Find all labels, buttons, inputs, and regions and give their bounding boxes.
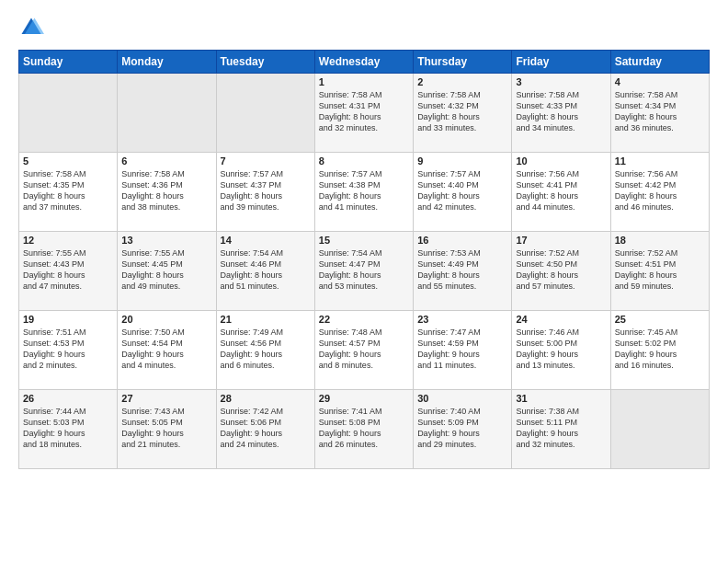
day-cell: 20Sunrise: 7:50 AMSunset: 4:54 PMDayligh… <box>118 311 216 390</box>
day-number: 29 <box>319 393 409 404</box>
day-cell: 24Sunrise: 7:46 AMSunset: 5:00 PMDayligh… <box>512 311 610 390</box>
day-info: Sunrise: 7:58 AMSunset: 4:34 PMDaylight:… <box>615 89 705 134</box>
weekday-row: SundayMondayTuesdayWednesdayThursdayFrid… <box>19 51 710 74</box>
day-number: 14 <box>221 235 311 246</box>
day-cell: 28Sunrise: 7:42 AMSunset: 5:06 PMDayligh… <box>216 390 314 469</box>
day-info: Sunrise: 7:38 AMSunset: 5:11 PMDaylight:… <box>516 406 606 451</box>
day-cell: 31Sunrise: 7:38 AMSunset: 5:11 PMDayligh… <box>512 390 610 469</box>
day-cell: 11Sunrise: 7:56 AMSunset: 4:42 PMDayligh… <box>610 153 709 232</box>
day-number: 23 <box>417 314 507 325</box>
calendar-table: SundayMondayTuesdayWednesdayThursdayFrid… <box>18 50 710 469</box>
day-info: Sunrise: 7:52 AMSunset: 4:50 PMDaylight:… <box>516 247 606 293</box>
day-cell: 5Sunrise: 7:58 AMSunset: 4:35 PMDaylight… <box>19 153 118 232</box>
day-cell: 27Sunrise: 7:43 AMSunset: 5:05 PMDayligh… <box>118 390 216 469</box>
calendar-header: SundayMondayTuesdayWednesdayThursdayFrid… <box>19 51 710 74</box>
day-number: 27 <box>121 393 211 404</box>
day-cell: 15Sunrise: 7:54 AMSunset: 4:47 PMDayligh… <box>314 232 413 311</box>
day-info: Sunrise: 7:44 AMSunset: 5:03 PMDaylight:… <box>23 406 113 451</box>
day-number: 28 <box>221 393 311 404</box>
day-info: Sunrise: 7:42 AMSunset: 5:06 PMDaylight:… <box>221 406 311 451</box>
day-cell: 17Sunrise: 7:52 AMSunset: 4:50 PMDayligh… <box>512 232 610 311</box>
day-info: Sunrise: 7:51 AMSunset: 4:53 PMDaylight:… <box>23 327 113 372</box>
day-cell: 26Sunrise: 7:44 AMSunset: 5:03 PMDayligh… <box>19 390 118 469</box>
day-info: Sunrise: 7:54 AMSunset: 4:46 PMDaylight:… <box>221 247 311 293</box>
day-number: 8 <box>319 155 409 167</box>
day-info: Sunrise: 7:55 AMSunset: 4:43 PMDaylight:… <box>23 247 113 293</box>
week-row-2: 5Sunrise: 7:58 AMSunset: 4:35 PMDaylight… <box>19 153 710 232</box>
day-cell: 25Sunrise: 7:45 AMSunset: 5:02 PMDayligh… <box>610 311 709 390</box>
day-number: 6 <box>121 155 211 167</box>
day-info: Sunrise: 7:55 AMSunset: 4:45 PMDaylight:… <box>121 247 211 293</box>
day-info: Sunrise: 7:48 AMSunset: 4:57 PMDaylight:… <box>319 327 409 372</box>
page: SundayMondayTuesdayWednesdayThursdayFrid… <box>0 0 728 563</box>
logo-icon <box>18 15 44 40</box>
day-info: Sunrise: 7:50 AMSunset: 4:54 PMDaylight:… <box>121 327 211 372</box>
day-info: Sunrise: 7:58 AMSunset: 4:32 PMDaylight:… <box>417 89 507 134</box>
week-row-5: 26Sunrise: 7:44 AMSunset: 5:03 PMDayligh… <box>19 390 710 469</box>
day-number: 31 <box>516 393 606 404</box>
header <box>18 15 710 40</box>
weekday-header-monday: Monday <box>118 51 216 74</box>
day-cell: 29Sunrise: 7:41 AMSunset: 5:08 PMDayligh… <box>314 390 413 469</box>
day-cell: 14Sunrise: 7:54 AMSunset: 4:46 PMDayligh… <box>216 232 314 311</box>
day-number: 7 <box>221 155 311 167</box>
day-info: Sunrise: 7:46 AMSunset: 5:00 PMDaylight:… <box>516 327 606 372</box>
day-info: Sunrise: 7:56 AMSunset: 4:41 PMDaylight:… <box>516 168 606 213</box>
day-number: 17 <box>516 235 606 246</box>
day-number: 22 <box>319 314 409 325</box>
day-cell: 7Sunrise: 7:57 AMSunset: 4:37 PMDaylight… <box>216 153 314 232</box>
day-info: Sunrise: 7:45 AMSunset: 5:02 PMDaylight:… <box>615 327 705 372</box>
day-number: 10 <box>516 155 606 167</box>
day-cell: 8Sunrise: 7:57 AMSunset: 4:38 PMDaylight… <box>314 153 413 232</box>
day-cell: 1Sunrise: 7:58 AMSunset: 4:31 PMDaylight… <box>314 74 413 153</box>
week-row-4: 19Sunrise: 7:51 AMSunset: 4:53 PMDayligh… <box>19 311 710 390</box>
day-cell: 3Sunrise: 7:58 AMSunset: 4:33 PMDaylight… <box>512 74 610 153</box>
day-number: 24 <box>516 314 606 325</box>
day-cell <box>19 74 118 153</box>
day-info: Sunrise: 7:58 AMSunset: 4:31 PMDaylight:… <box>319 89 409 134</box>
logo <box>18 15 48 40</box>
day-cell: 9Sunrise: 7:57 AMSunset: 4:40 PMDaylight… <box>414 153 512 232</box>
weekday-header-saturday: Saturday <box>610 51 709 74</box>
day-number: 26 <box>23 393 113 404</box>
day-info: Sunrise: 7:47 AMSunset: 4:59 PMDaylight:… <box>417 327 507 372</box>
day-info: Sunrise: 7:58 AMSunset: 4:36 PMDaylight:… <box>121 168 211 213</box>
day-number: 4 <box>615 76 705 87</box>
day-number: 2 <box>417 76 507 87</box>
day-number: 11 <box>615 155 705 167</box>
day-number: 9 <box>417 155 507 167</box>
day-info: Sunrise: 7:58 AMSunset: 4:33 PMDaylight:… <box>516 89 606 134</box>
day-number: 25 <box>615 314 705 325</box>
day-number: 13 <box>121 235 211 246</box>
day-cell: 30Sunrise: 7:40 AMSunset: 5:09 PMDayligh… <box>414 390 512 469</box>
weekday-header-sunday: Sunday <box>19 51 118 74</box>
day-info: Sunrise: 7:41 AMSunset: 5:08 PMDaylight:… <box>319 406 409 451</box>
day-cell: 22Sunrise: 7:48 AMSunset: 4:57 PMDayligh… <box>314 311 413 390</box>
day-number: 16 <box>417 235 507 246</box>
day-number: 3 <box>516 76 606 87</box>
weekday-header-wednesday: Wednesday <box>314 51 413 74</box>
day-number: 21 <box>221 314 311 325</box>
day-info: Sunrise: 7:56 AMSunset: 4:42 PMDaylight:… <box>615 168 705 213</box>
day-cell <box>118 74 216 153</box>
day-number: 5 <box>23 155 113 167</box>
day-info: Sunrise: 7:53 AMSunset: 4:49 PMDaylight:… <box>417 247 507 293</box>
day-cell <box>610 390 709 469</box>
day-info: Sunrise: 7:40 AMSunset: 5:09 PMDaylight:… <box>417 406 507 451</box>
day-cell: 19Sunrise: 7:51 AMSunset: 4:53 PMDayligh… <box>19 311 118 390</box>
day-cell: 16Sunrise: 7:53 AMSunset: 4:49 PMDayligh… <box>414 232 512 311</box>
day-number: 18 <box>615 235 705 246</box>
week-row-3: 12Sunrise: 7:55 AMSunset: 4:43 PMDayligh… <box>19 232 710 311</box>
day-info: Sunrise: 7:58 AMSunset: 4:35 PMDaylight:… <box>23 168 113 213</box>
week-row-1: 1Sunrise: 7:58 AMSunset: 4:31 PMDaylight… <box>19 74 710 153</box>
day-info: Sunrise: 7:57 AMSunset: 4:40 PMDaylight:… <box>417 168 507 213</box>
day-cell: 21Sunrise: 7:49 AMSunset: 4:56 PMDayligh… <box>216 311 314 390</box>
day-cell: 13Sunrise: 7:55 AMSunset: 4:45 PMDayligh… <box>118 232 216 311</box>
day-info: Sunrise: 7:43 AMSunset: 5:05 PMDaylight:… <box>121 406 211 451</box>
day-cell: 18Sunrise: 7:52 AMSunset: 4:51 PMDayligh… <box>610 232 709 311</box>
day-number: 12 <box>23 235 113 246</box>
day-number: 20 <box>121 314 211 325</box>
day-info: Sunrise: 7:57 AMSunset: 4:38 PMDaylight:… <box>319 168 409 213</box>
weekday-header-friday: Friday <box>512 51 610 74</box>
day-cell <box>216 74 314 153</box>
